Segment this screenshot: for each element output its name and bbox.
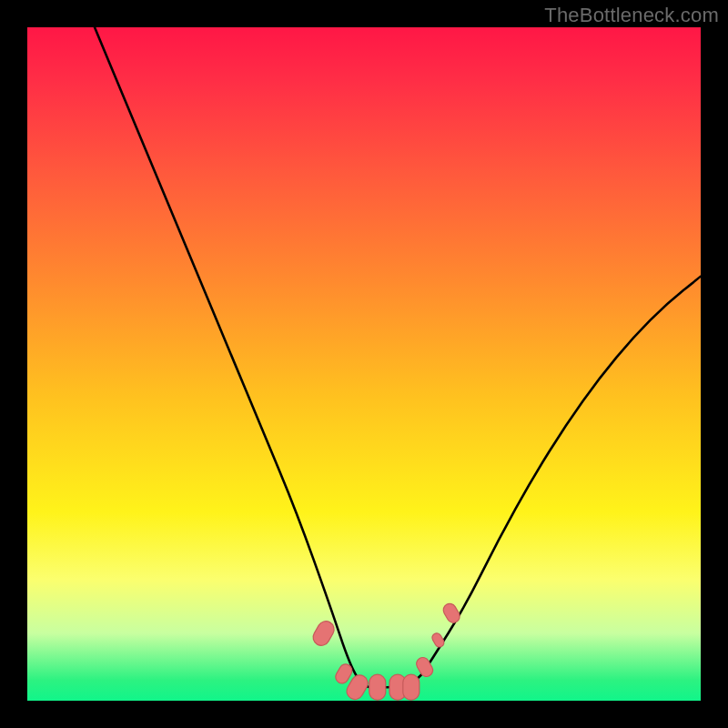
chart-frame: TheBottleneck.com <box>0 0 728 728</box>
watermark-text: TheBottleneck.com <box>544 4 719 27</box>
curve-marker <box>310 618 338 648</box>
chart-svg <box>27 27 701 701</box>
bottleneck-curve <box>95 27 701 687</box>
curve-marker <box>441 602 462 625</box>
chart-plot-area <box>27 27 701 701</box>
curve-marker <box>369 674 386 700</box>
curve-marker <box>403 674 420 700</box>
curve-marker <box>430 632 446 649</box>
